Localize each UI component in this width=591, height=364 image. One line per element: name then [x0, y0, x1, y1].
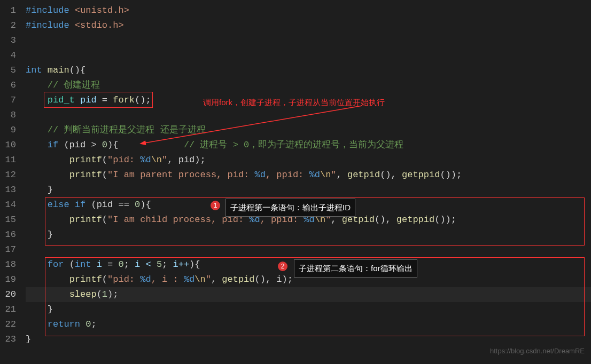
- line-number: 12: [0, 168, 16, 183]
- annotation-callout-2: 子进程第二条语句：for循环输出: [294, 259, 417, 278]
- code-line: [26, 108, 591, 123]
- line-number: 4: [0, 48, 16, 63]
- line-number: 16: [0, 227, 16, 242]
- line-number: 5: [0, 63, 16, 78]
- line-number: 19: [0, 272, 16, 287]
- code-line: return 0;: [26, 317, 591, 332]
- code-line: if (pid > 0){ // 进程号 > 0，即为子进程的进程号，当前为父进…: [26, 138, 591, 153]
- code-line: }: [26, 302, 591, 317]
- code-content[interactable]: #include <unistd.h> #include <stdio.h> i…: [26, 0, 591, 364]
- line-number: 20: [0, 287, 16, 302]
- code-line: int main(){: [26, 63, 591, 78]
- code-line: // 创建进程: [26, 78, 591, 93]
- code-line-active: sleep(1);: [26, 287, 591, 302]
- annotation-badge-1: 1: [211, 201, 220, 210]
- line-number: 17: [0, 242, 16, 257]
- line-number: 13: [0, 183, 16, 197]
- annotation-callout-1: 子进程第一条语句：输出子进程ID: [225, 199, 355, 217]
- line-number: 8: [0, 108, 16, 123]
- code-line: [26, 48, 591, 63]
- code-editor: 1 2 3 4 5 6 7 8 9 10 11 12 13 14 15 16 1…: [0, 0, 591, 364]
- line-number: 9: [0, 123, 16, 138]
- code-line: [26, 33, 591, 48]
- line-number: 18: [0, 257, 16, 272]
- line-number: 14: [0, 197, 16, 212]
- line-number: 22: [0, 317, 16, 332]
- line-number: 6: [0, 78, 16, 93]
- line-number: 1: [0, 3, 16, 18]
- code-line: [26, 242, 591, 257]
- watermark: https://blog.csdn.net/DreamRE: [490, 344, 585, 359]
- code-line: printf("pid: %d\n", pid);: [26, 153, 591, 168]
- code-line: pid_t pid = fork();: [26, 93, 591, 108]
- line-number: 21: [0, 302, 16, 317]
- code-line: printf("I am parent process, pid: %d, pp…: [26, 168, 591, 183]
- code-line: // 判断当前进程是父进程 还是子进程: [26, 123, 591, 138]
- annotation-badge-2: 2: [278, 262, 287, 271]
- line-number: 15: [0, 212, 16, 227]
- line-number: 23: [0, 332, 16, 347]
- code-line: #include <stdio.h>: [26, 18, 591, 33]
- line-number: 3: [0, 33, 16, 48]
- code-line: }: [26, 183, 591, 197]
- line-number: 2: [0, 18, 16, 33]
- line-number: 11: [0, 153, 16, 168]
- line-number: 7: [0, 93, 16, 108]
- line-number: 10: [0, 138, 16, 153]
- line-gutter: 1 2 3 4 5 6 7 8 9 10 11 12 13 14 15 16 1…: [0, 0, 26, 364]
- code-line: }: [26, 227, 591, 242]
- code-line: #include <unistd.h>: [26, 3, 591, 18]
